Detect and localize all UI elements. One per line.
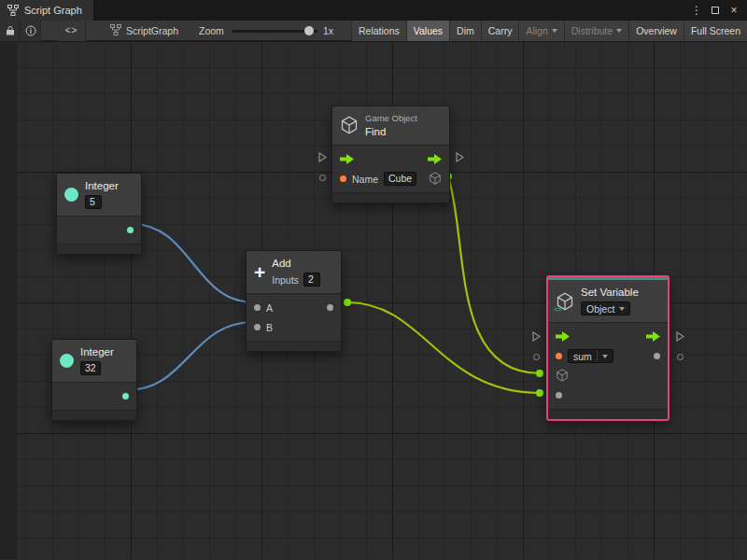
node-title: Integer xyxy=(85,180,119,192)
node-footer xyxy=(52,410,136,420)
scope-value: Object xyxy=(586,303,614,315)
node-category: Game Object xyxy=(365,113,417,123)
maximize-icon[interactable] xyxy=(708,3,723,18)
zoom-label: Zoom xyxy=(199,25,224,36)
align-button[interactable]: Align xyxy=(518,21,563,41)
node-header[interactable]: Game Object Find xyxy=(332,106,449,146)
wire-endpoint-dot[interactable] xyxy=(344,299,351,306)
integer-node-5[interactable]: Integer 5 xyxy=(56,173,142,255)
value-output-port[interactable] xyxy=(654,353,660,359)
wire-endpoint-dot[interactable] xyxy=(536,370,543,377)
add-output-port[interactable] xyxy=(327,304,333,311)
edit-script-button[interactable]: <> xyxy=(58,21,86,41)
flow-in-port[interactable] xyxy=(340,154,354,164)
node-body xyxy=(52,383,136,410)
breadcrumb[interactable]: ScriptGraph xyxy=(110,24,178,37)
inputs-label: Inputs xyxy=(272,274,299,286)
carry-button[interactable]: Carry xyxy=(481,21,519,41)
port-a-label: A xyxy=(266,302,273,314)
zoom-value: 1x xyxy=(323,25,333,36)
integer-icon xyxy=(64,188,78,202)
name-value-field[interactable]: Cube xyxy=(384,172,416,186)
zoom-knob[interactable] xyxy=(304,26,314,35)
tab-title: Script Graph xyxy=(24,5,82,16)
node-header[interactable]: + Add Inputs 2 xyxy=(247,251,341,294)
wire-integer32-to-add-b[interactable] xyxy=(127,322,254,390)
node-title: Add xyxy=(272,258,320,270)
node-footer xyxy=(247,341,341,351)
divider xyxy=(597,351,598,361)
chevron-down-icon xyxy=(602,355,608,358)
flow-input-marker[interactable] xyxy=(530,330,542,342)
find-node[interactable]: Game Object Find Name Cube xyxy=(331,105,450,203)
dim-button[interactable]: Dim xyxy=(449,21,481,41)
set-variable-node[interactable]: <> Set Variable Object xyxy=(546,275,669,421)
inputs-count-field[interactable]: 2 xyxy=(303,273,320,287)
breadcrumb-label: ScriptGraph xyxy=(126,25,178,36)
value-input-marker[interactable] xyxy=(530,351,542,362)
node-footer xyxy=(57,244,141,254)
graph-canvas[interactable]: Integer 5 Integer 32 xyxy=(0,41,747,559)
script-graph-icon xyxy=(7,5,19,16)
variable-icon: <> xyxy=(556,292,574,311)
node-header[interactable]: Integer 5 xyxy=(57,174,141,217)
node-header[interactable]: <> Set Variable Object xyxy=(548,280,668,323)
node-header[interactable]: Integer 32 xyxy=(52,340,136,383)
code-mark-icon: <> xyxy=(554,305,560,314)
flow-out-port[interactable] xyxy=(428,154,442,164)
node-body: A B xyxy=(247,294,341,341)
integer-node-32[interactable]: Integer 32 xyxy=(51,339,137,421)
close-icon[interactable]: × xyxy=(726,3,741,18)
window-menu-icon[interactable]: ⋮ xyxy=(689,3,704,18)
object-target-port[interactable] xyxy=(556,369,569,384)
script-graph-window: Script Graph ⋮ × <> ScriptGraph Zoom 1x xyxy=(0,0,747,560)
variable-name-port[interactable] xyxy=(556,353,562,359)
add-node[interactable]: + Add Inputs 2 A B xyxy=(246,250,342,352)
relations-button[interactable]: Relations xyxy=(351,21,406,41)
flow-output-marker[interactable] xyxy=(674,330,685,342)
window-controls: ⋮ × xyxy=(689,0,747,21)
align-label: Align xyxy=(526,25,547,36)
lock-button[interactable] xyxy=(0,21,21,41)
wire-find-to-set-variable[interactable] xyxy=(448,176,540,373)
fullscreen-button[interactable]: Full Screen xyxy=(684,21,747,41)
inspector-button[interactable] xyxy=(21,21,41,41)
distribute-button[interactable]: Distribute xyxy=(564,21,628,41)
wire-endpoint-dot[interactable] xyxy=(536,389,543,397)
wire-integer5-to-add-a[interactable] xyxy=(132,224,254,302)
integer-value-field[interactable]: 32 xyxy=(80,361,101,375)
integer-output-port[interactable] xyxy=(127,227,134,233)
port-b-label: B xyxy=(266,322,273,333)
graph-toolbar: <> ScriptGraph Zoom 1x Relations Values … xyxy=(0,21,747,41)
value-input-marker[interactable] xyxy=(317,172,328,183)
node-title: Find xyxy=(365,126,417,138)
node-footer xyxy=(332,192,449,203)
zoom-slider[interactable] xyxy=(232,25,317,36)
node-body: Name Cube xyxy=(332,146,449,192)
overview-button[interactable]: Overview xyxy=(628,21,684,41)
variable-name-dropdown[interactable]: sum xyxy=(568,349,613,363)
flow-in-port[interactable] xyxy=(556,331,570,342)
integer-value-field[interactable]: 5 xyxy=(85,195,102,209)
graph-icon xyxy=(110,24,121,37)
name-input-port[interactable] xyxy=(340,175,346,182)
value-input-port[interactable] xyxy=(556,392,562,399)
node-footer xyxy=(548,409,668,419)
add-input-b-port[interactable] xyxy=(254,324,261,330)
variable-scope-dropdown[interactable]: Object xyxy=(581,301,630,315)
wire-add-to-set-variable[interactable] xyxy=(347,302,540,393)
flow-output-marker[interactable] xyxy=(454,151,465,162)
node-title: Set Variable xyxy=(581,287,639,299)
value-output-marker[interactable] xyxy=(674,351,685,362)
integer-output-port[interactable] xyxy=(122,393,129,399)
node-body xyxy=(57,217,141,244)
tab-script-graph[interactable]: Script Graph xyxy=(0,0,93,21)
flow-input-marker[interactable] xyxy=(317,151,328,162)
values-button[interactable]: Values xyxy=(406,21,449,41)
flow-out-port[interactable] xyxy=(646,331,660,342)
title-bar: Script Graph ⋮ × xyxy=(0,0,747,21)
gameobject-output-port[interactable] xyxy=(429,172,442,187)
integer-icon xyxy=(60,354,74,368)
add-input-a-port[interactable] xyxy=(254,304,261,311)
game-object-icon xyxy=(340,116,359,136)
